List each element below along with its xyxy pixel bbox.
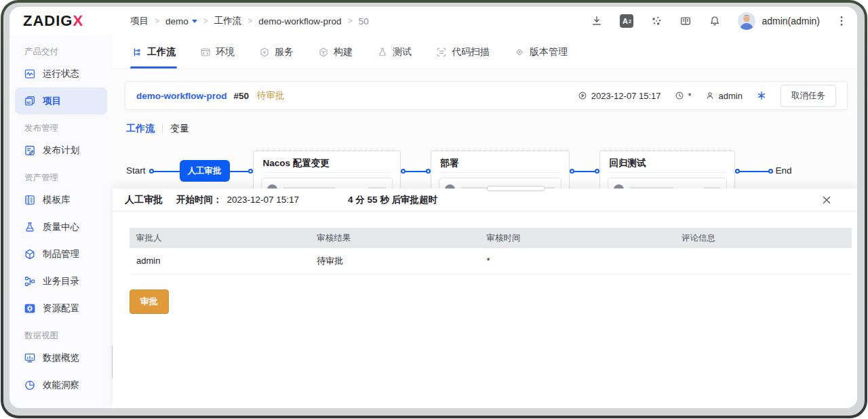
artifact-box-icon — [24, 248, 36, 260]
tab-version-management[interactable]: 版本管理 — [514, 35, 568, 68]
sidebar-section-title: 数据视图 — [24, 330, 113, 342]
sidebar-item-running-status[interactable]: 运行状态 — [15, 60, 107, 87]
run-subtabs: 工作流 变量 — [126, 122, 857, 136]
breadcrumb-project-dropdown[interactable]: demo — [165, 16, 197, 26]
stage-title: 回归测试 — [600, 151, 734, 172]
run-start-time: 2023-12-07 15:17 — [578, 91, 661, 101]
insight-pie-icon — [24, 379, 36, 391]
stage-title: 部署 — [431, 151, 569, 172]
sidebar-section-title: 产品交付 — [24, 46, 113, 58]
sidebar-item-label: 发布计划 — [43, 144, 79, 157]
download-icon[interactable] — [591, 15, 603, 27]
run-workflow-name[interactable]: demo-workflow-prod — [136, 91, 227, 101]
window-frame-inner: ZADIGX 项目 > demo > 工作流 > demo-workflow-p… — [3, 3, 865, 416]
project-icon: PM — [24, 95, 36, 107]
subtab-variables[interactable]: 变量 — [170, 123, 189, 135]
breadcrumb-projects[interactable]: 项目 — [130, 15, 149, 27]
logo-accent: X — [73, 12, 83, 29]
stage-title: Nacos 配置变更 — [254, 151, 400, 172]
release-plan-icon — [24, 144, 36, 157]
col-time: 审核时间 — [480, 228, 675, 248]
sidebar-item-label: 业务目录 — [43, 275, 79, 287]
stage-nacos-config[interactable]: Nacos 配置变更 — [253, 151, 401, 193]
run-meta: 2023-12-07 15:17 * admin — [578, 85, 836, 107]
pipeline-connector — [574, 171, 595, 172]
approval-node[interactable]: 人工审批 — [180, 160, 230, 182]
env-icon — [200, 47, 211, 58]
breadcrumb-separator: > — [203, 16, 208, 26]
drawer-header: 人工审批 开始时间： 2023-12-07 15:17 4 分 55 秒 后审批… — [113, 188, 857, 212]
clock-icon — [675, 91, 684, 100]
pipeline-node-dot — [570, 169, 574, 174]
sidebar-item-projects[interactable]: PM 项目 — [15, 87, 107, 115]
translate-icon[interactable]: A2 — [620, 14, 633, 28]
breadcrumb-workflows[interactable]: 工作流 — [214, 15, 242, 27]
debug-toggle[interactable] — [756, 90, 767, 101]
sidebar-item-label: 运行状态 — [43, 68, 79, 80]
sidebar-item-template-library[interactable]: 模板库 — [15, 186, 107, 214]
business-catalog-icon — [24, 275, 36, 287]
tab-label: 服务 — [275, 46, 294, 58]
sidebar-item-label: 项目 — [43, 95, 61, 107]
pipeline-connector — [230, 171, 248, 172]
service-icon — [259, 47, 270, 58]
pipeline-connector — [406, 171, 426, 172]
approval-table-row: admin 待审批 * — [130, 248, 852, 274]
tab-code-scan[interactable]: 代码扫描 — [436, 35, 490, 68]
sidebar-item-artifact-management[interactable]: 制品管理 — [15, 241, 107, 268]
sidebar-item-business-catalog[interactable]: 业务目录 — [15, 268, 107, 295]
run-header-card: demo-workflow-prod #50 待审批 2023-12-07 15… — [125, 81, 848, 110]
pipeline-node-dot — [735, 169, 740, 174]
pipeline-end-label: End — [776, 165, 792, 176]
kebab-menu-icon[interactable] — [837, 15, 846, 27]
run-start-time-value: 2023-12-07 15:17 — [591, 91, 661, 101]
drawer-title: 人工审批 — [125, 194, 163, 206]
sidebar-item-resource-config[interactable]: 资源配置 — [15, 295, 107, 322]
approval-timeout-text: 4 分 55 秒 后审批超时 — [348, 194, 437, 206]
pipeline-node-dot — [401, 169, 406, 174]
stage-divider — [262, 172, 391, 173]
breadcrumb-separator: > — [155, 16, 159, 26]
subtab-divider — [162, 124, 163, 134]
cell-time: * — [480, 248, 675, 274]
tab-tests[interactable]: 测试 — [377, 35, 412, 68]
sidebar-item-quality-center[interactable]: 质量中心 — [15, 214, 107, 241]
pipeline-connector — [740, 171, 768, 172]
cancel-task-button[interactable]: 取消任务 — [781, 85, 836, 107]
debug-star-icon — [756, 90, 767, 101]
pipeline-start-label: Start — [126, 165, 146, 176]
data-overview-icon — [24, 352, 36, 364]
tab-workflows[interactable]: 工作流 — [132, 35, 176, 68]
run-status-badge: 待审批 — [257, 89, 285, 102]
sidebar-item-release-plan[interactable]: 发布计划 — [15, 137, 107, 164]
sidebar-item-insight[interactable]: 效能洞察 — [15, 372, 107, 399]
tab-services[interactable]: 服务 — [259, 35, 294, 68]
pipeline-node-dot — [426, 169, 431, 174]
sidebar-item-label: 资源配置 — [43, 302, 79, 315]
bell-icon[interactable] — [709, 15, 721, 27]
run-number: #50 — [234, 91, 250, 101]
approve-button[interactable]: 审批 — [130, 290, 169, 314]
pipeline-node-dot — [149, 169, 154, 174]
start-time-label: 开始时间： — [176, 194, 222, 206]
user-menu[interactable]: admin(admin) — [738, 12, 820, 30]
approval-table-header-row: 审批人 审核结果 审核时间 评论信息 — [130, 228, 852, 248]
breadcrumb-workflow-name[interactable]: demo-workflow-prod — [258, 16, 341, 26]
docs-icon[interactable] — [679, 15, 692, 27]
close-icon[interactable] — [822, 195, 831, 205]
stage-regression-test[interactable]: 回归测试 — [599, 151, 735, 193]
quality-flask-icon — [24, 221, 36, 233]
avatar[interactable] — [738, 12, 755, 30]
zadig-logo: ZADIGX — [9, 12, 113, 30]
run-operator: admin — [705, 91, 743, 101]
tab-builds[interactable]: 构建 — [318, 35, 353, 68]
pipeline-connector — [154, 171, 180, 172]
drawer-drag-handle[interactable] — [487, 186, 545, 191]
subtab-workflow[interactable]: 工作流 — [126, 123, 155, 135]
cluster-icon[interactable] — [650, 15, 663, 27]
sidebar-item-label: 质量中心 — [43, 221, 79, 233]
tab-environments[interactable]: 环境 — [200, 35, 235, 68]
template-icon — [24, 194, 36, 206]
tab-label: 构建 — [334, 46, 353, 58]
sidebar-item-data-overview[interactable]: 数据概览 — [15, 344, 107, 372]
